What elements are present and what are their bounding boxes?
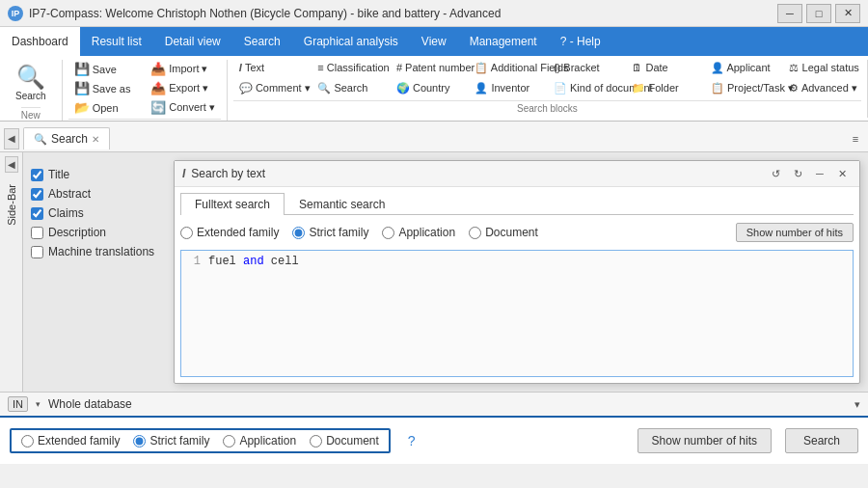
in-dropdown-icon[interactable]: ▾	[36, 399, 41, 409]
dialog-redo-btn[interactable]: ↻	[788, 165, 807, 182]
patent-number-btn[interactable]: # Patent number	[391, 60, 469, 75]
maximize-button[interactable]: □	[806, 4, 831, 23]
action-radio-row: Extended family Strict family Applicatio…	[10, 428, 391, 453]
new-search-label: Search	[15, 91, 46, 101]
description-checkbox[interactable]	[31, 227, 43, 239]
menu-result-list[interactable]: Result list	[80, 27, 153, 56]
tab-fulltext-search[interactable]: Fulltext search	[180, 193, 285, 215]
ribbon-group-search-blocks-label: Search blocks	[233, 100, 861, 114]
advanced-btn[interactable]: ⚙ Advanced ▾	[783, 80, 861, 96]
dialog-title-bar: I Search by text ↺ ↻ ─ ✕	[175, 161, 859, 187]
window-controls: ─ □ ✕	[777, 4, 860, 23]
extended-family-label-action: Extended family	[38, 434, 120, 447]
menu-view[interactable]: View	[410, 27, 458, 56]
show-hits-dialog-btn[interactable]: Show number of hits	[736, 223, 854, 242]
abstract-checkbox[interactable]	[31, 188, 43, 201]
title-checkbox[interactable]	[31, 169, 43, 181]
open-button[interactable]: 📂Open	[68, 98, 145, 117]
folder-btn[interactable]: 📁 Folder	[626, 80, 704, 96]
comment-btn[interactable]: 💬 Comment ▾	[233, 80, 312, 96]
document-radio-action[interactable]	[310, 435, 322, 447]
radio-application-action: Application	[223, 434, 296, 447]
action-show-hits-btn[interactable]: Show number of hits	[637, 428, 772, 453]
import-button[interactable]: 📥Import ▾	[145, 60, 221, 78]
search-block-btn[interactable]: 🔍 Search	[312, 80, 390, 96]
search-dialog: I Search by text ↺ ↻ ─ ✕ Fulltext search…	[174, 160, 860, 384]
dialog-minimize-btn[interactable]: ─	[810, 165, 829, 182]
document-radio-dialog[interactable]	[469, 227, 481, 239]
convert-button[interactable]: 🔄Convert ▾	[145, 98, 221, 117]
minimize-button[interactable]: ─	[777, 4, 802, 23]
strict-family-label-dialog: Strict family	[309, 226, 368, 239]
menu-management[interactable]: Management	[458, 27, 549, 56]
code-content-1[interactable]: fuel and cell	[208, 255, 299, 268]
inventor-btn[interactable]: 👤 Inventor	[469, 80, 547, 96]
extended-family-radio-action[interactable]	[21, 435, 34, 447]
dialog-body: Fulltext search Semantic search Extended…	[175, 187, 859, 383]
content-panel: Title Abstract Claims Description Machin…	[23, 152, 868, 392]
float-button[interactable]: ≡	[847, 130, 864, 148]
menu-search[interactable]: Search	[232, 27, 292, 56]
search-tab[interactable]: 🔍 Search ✕	[23, 127, 110, 149]
tab-label: Search	[51, 132, 88, 146]
dialog-reset-btn[interactable]: ↺	[766, 165, 785, 182]
expand-icon[interactable]: ▾	[854, 398, 860, 411]
code-editor[interactable]: 1 fuel and cell	[180, 250, 854, 377]
kind-of-document-btn[interactable]: 📄 Kind of document	[548, 80, 626, 96]
machine-translations-label: Machine translations	[48, 245, 154, 258]
sidebar-toggle[interactable]: ◀	[4, 128, 19, 149]
radio-application-dialog: Application	[382, 226, 455, 239]
app-icon: IP	[8, 6, 23, 21]
ribbon-group-new-label: New	[21, 107, 41, 121]
action-search-btn[interactable]: Search	[785, 428, 858, 453]
dialog-controls: ↺ ↻ ─ ✕	[766, 165, 852, 182]
menu-help[interactable]: ? - Help	[549, 27, 612, 56]
radio-document-action: Document	[310, 434, 379, 447]
help-link[interactable]: ?	[408, 433, 416, 448]
checkbox-title: Title	[31, 168, 166, 181]
classification-btn[interactable]: ≡ Classification	[312, 60, 390, 75]
abstract-label: Abstract	[48, 187, 91, 201]
text-block-btn[interactable]: I Text	[233, 60, 312, 75]
ribbon-group-management: 💾Save 📥Import ▾ 💾Save as 📤Export ▾ 📂Open…	[63, 60, 228, 122]
application-radio-dialog[interactable]	[382, 227, 394, 239]
menu-graphical-analysis[interactable]: Graphical analysis	[292, 27, 410, 56]
new-search-button[interactable]: 🔍 Search	[6, 60, 56, 105]
window-title: IP7-Compass: Welcome Christoph Nothen (B…	[29, 7, 501, 20]
action-bar: Extended family Strict family Applicatio…	[0, 416, 868, 464]
close-button[interactable]: ✕	[835, 4, 860, 23]
additional-fields-btn[interactable]: 📋 Additional Fields	[469, 60, 547, 76]
menu-detail-view[interactable]: Detail view	[153, 27, 232, 56]
sidebar-collapse-btn[interactable]: ◀	[5, 156, 18, 173]
save-button[interactable]: 💾Save	[68, 60, 145, 78]
legal-status-btn[interactable]: ⚖ Legal status	[783, 60, 861, 76]
machine-translations-checkbox[interactable]	[31, 246, 43, 258]
strict-family-radio-dialog[interactable]	[292, 227, 305, 239]
menu-dashboard[interactable]: Dashboard	[0, 27, 80, 56]
save-as-button[interactable]: 💾Save as	[68, 79, 145, 97]
search-large-icon: 🔍	[16, 64, 45, 91]
line-number-1: 1	[185, 255, 201, 268]
code-line-1: 1 fuel and cell	[185, 255, 849, 268]
dialog-tabs: Fulltext search Semantic search	[180, 193, 854, 215]
document-label-action: Document	[326, 434, 379, 447]
date-btn[interactable]: 🗓 Date	[626, 60, 704, 75]
checkbox-claims: Claims	[31, 206, 166, 220]
bracket-btn[interactable]: () Bracket	[548, 60, 626, 75]
menu-bar: Dashboard Result list Detail view Search…	[0, 27, 868, 56]
extended-family-radio-dialog[interactable]	[180, 227, 193, 239]
project-task-btn[interactable]: 📋 Project/Task ▾	[705, 80, 783, 96]
claims-checkbox[interactable]	[31, 207, 43, 220]
tab-semantic-search[interactable]: Semantic search	[285, 193, 399, 215]
export-button[interactable]: 📤Export ▾	[145, 79, 221, 97]
strict-family-radio-action[interactable]	[133, 435, 146, 447]
dialog-close-btn[interactable]: ✕	[832, 165, 852, 182]
ribbon-group-search-blocks: I Text ≡ Classification # Patent number …	[228, 60, 868, 118]
application-label-dialog: Application	[398, 226, 455, 239]
radio-extended-family-dialog: Extended family	[180, 226, 279, 239]
country-btn[interactable]: 🌍 Country	[391, 80, 469, 96]
tab-close-icon[interactable]: ✕	[92, 134, 99, 145]
applicant-btn[interactable]: 👤 Applicant	[705, 60, 783, 76]
application-radio-action[interactable]	[223, 435, 235, 447]
dialog-title-text: Search by text	[191, 167, 766, 180]
